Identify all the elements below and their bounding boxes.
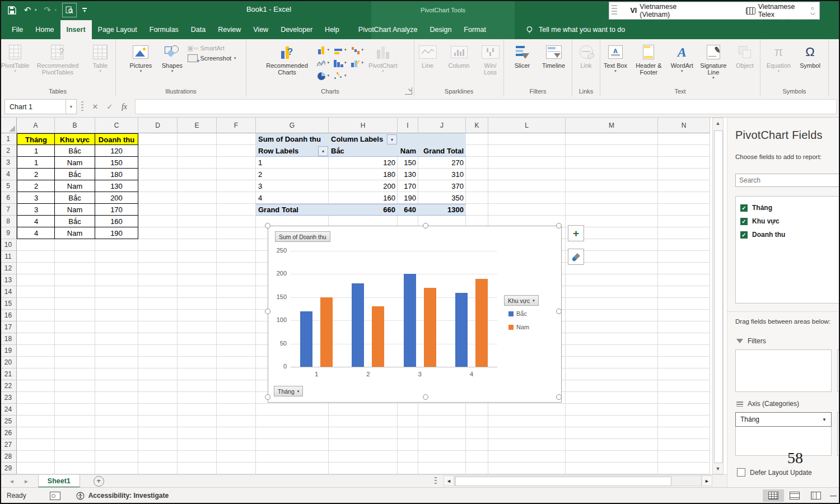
pivot-cell[interactable]: 200 — [329, 180, 398, 192]
keyboard-icon[interactable] — [746, 7, 755, 15]
language-bar-restore-icon[interactable]: ○◡ — [810, 7, 815, 15]
column-header-I[interactable]: I — [398, 118, 418, 133]
field-checkbox-khu-v-c[interactable]: ✓ — [740, 218, 748, 225]
save-icon[interactable] — [7, 5, 17, 15]
chart-selection-handle[interactable] — [423, 394, 428, 400]
insert-function-icon[interactable]: fx — [117, 100, 132, 114]
defer-checkbox[interactable] — [737, 468, 745, 477]
row-header-9[interactable]: 9 — [0, 227, 17, 239]
data-table-cell[interactable]: Nam — [54, 180, 95, 192]
data-table-cell[interactable]: 3 — [17, 192, 55, 204]
tab-format[interactable]: Format — [458, 20, 492, 39]
hscroll-right-icon[interactable]: ► — [702, 475, 712, 486]
row-header-10[interactable]: 10 — [0, 239, 17, 251]
column-labels-filter-icon[interactable]: ▾ — [387, 134, 397, 144]
row-header-17[interactable]: 17 — [0, 321, 17, 333]
data-table-cell[interactable]: 170 — [95, 203, 138, 216]
defer-layout-update[interactable]: Defer Layout Update — [737, 468, 812, 477]
data-table-cell[interactable]: 180 — [95, 168, 138, 180]
select-all-button[interactable] — [0, 118, 17, 133]
line-chart-button[interactable]: ▾ — [315, 58, 331, 68]
chart-styles-button[interactable] — [568, 249, 584, 265]
column-header-D[interactable]: D — [138, 118, 178, 133]
tell-me-box[interactable]: Tell me what you want to do — [525, 20, 625, 39]
chart-selection-handle[interactable] — [556, 309, 562, 314]
data-table-cell[interactable]: 2 — [17, 180, 55, 192]
tab-data[interactable]: Data — [185, 20, 212, 39]
symbol-button[interactable]: ΩSymbol — [795, 42, 825, 71]
chart-selection-handle[interactable] — [556, 223, 562, 228]
page-break-view-icon[interactable] — [805, 489, 827, 502]
data-table-cell[interactable]: Bắc — [54, 215, 95, 227]
pivot-cell[interactable]: Grand Total — [256, 204, 329, 216]
chart-selection-handle[interactable] — [265, 394, 270, 400]
data-table-cell[interactable]: Bắc — [54, 144, 95, 157]
pivot-cell[interactable]: 350 — [418, 192, 466, 204]
cancel-icon[interactable]: ✕ — [88, 100, 102, 114]
column-header-E[interactable]: E — [178, 118, 217, 133]
bar-chart-button[interactable]: ▾ — [332, 45, 348, 55]
data-table-header-cell[interactable]: Khu vực — [54, 133, 95, 146]
language-bar[interactable]: VI Vietnamese (Vietnam) Vietnamese Telex… — [609, 2, 820, 20]
data-table-cell[interactable]: Bắc — [54, 192, 95, 204]
row-header-27[interactable]: 27 — [0, 439, 17, 451]
pivot-cell[interactable]: Bắc — [329, 145, 398, 157]
pivot-cell[interactable]: 4 — [256, 192, 329, 204]
row-header-12[interactable]: 12 — [0, 263, 17, 274]
pivot-cell[interactable]: 1 — [256, 157, 329, 169]
tab-developer[interactable]: Developer — [274, 20, 319, 39]
header-footer-button[interactable]: Header & Footer — [632, 42, 666, 77]
enter-icon[interactable]: ✓ — [102, 100, 117, 114]
pivot-cell[interactable]: 370 — [418, 180, 466, 192]
accessibility-status[interactable]: Accessibility: Investigate — [88, 492, 169, 500]
pivot-cell[interactable]: 150 — [398, 157, 418, 169]
bar-nam-2[interactable] — [372, 306, 384, 367]
bar-nam-3[interactable] — [424, 288, 436, 367]
row-header-11[interactable]: 11 — [0, 251, 17, 263]
language-bar-grip[interactable] — [612, 5, 617, 16]
value-field-button[interactable]: Sum of Doanh thu — [275, 231, 330, 242]
tab-scroll-splitter[interactable] — [435, 477, 437, 485]
data-table-cell[interactable]: 1 — [17, 156, 55, 169]
row-header-20[interactable]: 20 — [0, 357, 17, 368]
tab-insert[interactable]: Insert — [60, 20, 92, 39]
pictures-button[interactable]: Pictures▾ — [125, 42, 156, 75]
bar-b-c-4[interactable] — [455, 293, 468, 367]
pivot-cell[interactable]: 120 — [329, 157, 398, 169]
redo-dropdown-icon[interactable]: ▾ — [55, 8, 57, 12]
row-header-13[interactable]: 13 — [0, 274, 17, 286]
data-table-cell[interactable]: 120 — [95, 144, 138, 157]
field-checkbox-th-ng[interactable]: ✓ — [740, 204, 748, 212]
column-header-J[interactable]: J — [418, 118, 466, 133]
row-header-29[interactable]: 29 — [0, 463, 17, 474]
row-header-8[interactable]: 8 — [0, 216, 17, 227]
chart-selection-handle[interactable] — [556, 394, 562, 400]
row-header-1[interactable]: 1 — [0, 133, 17, 145]
data-table-cell[interactable]: 200 — [95, 192, 138, 204]
formula-input[interactable] — [135, 99, 837, 114]
name-box-dropdown-icon[interactable]: ▼ — [66, 99, 77, 114]
pivot-cell[interactable]: 180 — [329, 169, 398, 180]
timeline-button[interactable]: Timeline — [539, 42, 569, 71]
tab-review[interactable]: Review — [212, 20, 247, 39]
redo-icon[interactable]: ↷ — [43, 5, 53, 15]
pivot-cell[interactable]: Grand Total — [418, 145, 466, 157]
vertical-scrollbar-thumb[interactable] — [714, 130, 723, 463]
bar-nam-1[interactable] — [320, 297, 333, 367]
data-table-cell[interactable]: Nam — [54, 227, 95, 239]
language-code[interactable]: VI — [631, 7, 637, 15]
row-header-18[interactable]: 18 — [0, 333, 17, 345]
row-header-14[interactable]: 14 — [0, 286, 17, 298]
signature-line-button[interactable]: ✎Signature Line▾ — [698, 42, 729, 82]
data-table-cell[interactable]: 1 — [17, 144, 55, 157]
tab-file[interactable]: File — [6, 20, 29, 39]
data-table-cell[interactable]: 130 — [95, 180, 138, 192]
data-table-cell[interactable]: 160 — [95, 215, 138, 227]
data-table-cell[interactable]: Nam — [54, 203, 95, 216]
pivot-cell[interactable]: 160 — [329, 192, 398, 204]
field-item-khu-v-c[interactable]: ✓Khu vực — [740, 214, 840, 228]
bar-b-c-2[interactable] — [352, 283, 364, 367]
row-header-7[interactable]: 7 — [0, 204, 17, 216]
column-header-G[interactable]: G — [256, 118, 329, 133]
legend-series-area-partial[interactable] — [837, 349, 840, 392]
